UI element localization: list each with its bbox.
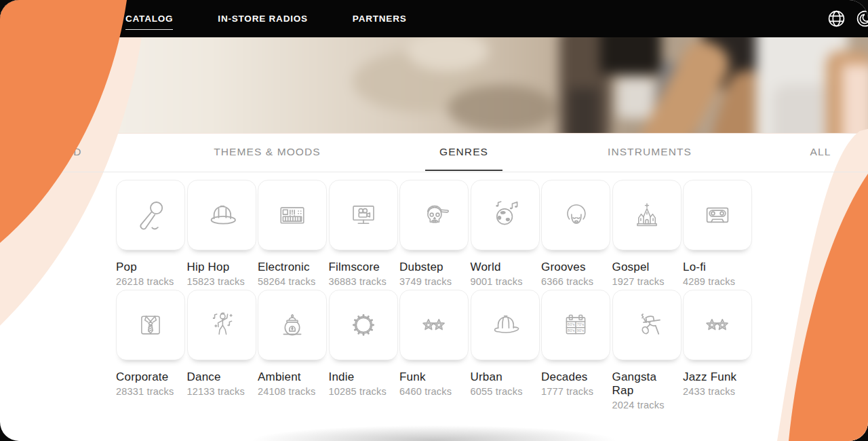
- star-glasses-icon: [698, 305, 737, 345]
- video-camera-icon: [344, 195, 383, 235]
- genre-tile[interactable]: [329, 290, 398, 360]
- genre-track-count: 1777 tracks: [541, 386, 610, 397]
- calendar-decades-icon: 60's70's80's90's: [556, 305, 595, 345]
- genre-tile[interactable]: [399, 180, 469, 250]
- genre-tile[interactable]: [116, 290, 185, 360]
- genre-tile[interactable]: 60's70's80's90's: [541, 290, 610, 360]
- app-window: CATALOG IN-STORE RADIOS PARTNERS FEATURE…: [0, 0, 868, 441]
- aroma-lamp-icon: [273, 305, 312, 345]
- genre-card-gospel: Gospel 1927 tracks: [612, 180, 682, 287]
- globe-notes-icon: [486, 195, 525, 235]
- genre-tile[interactable]: [116, 180, 185, 250]
- genre-track-count: 26218 tracks: [116, 276, 185, 287]
- genre-tile[interactable]: [683, 180, 752, 250]
- genre-track-count: 28331 tracks: [116, 386, 185, 397]
- tab-all[interactable]: ALL: [810, 133, 831, 171]
- microphone-icon: [131, 195, 170, 235]
- cap-side-icon: [486, 305, 525, 345]
- genre-name: Lo-fi: [683, 261, 752, 274]
- genre-tile[interactable]: [187, 290, 256, 360]
- dancer-icon: [202, 305, 241, 345]
- genre-card-hip-hop: Hip Hop 15823 tracks: [187, 180, 256, 287]
- genre-name: Indie: [329, 370, 398, 384]
- tab-instruments[interactable]: INSTRUMENTS: [608, 133, 692, 171]
- genre-name: Gospel: [612, 261, 682, 274]
- genre-track-count: 1927 tracks: [612, 276, 682, 287]
- navbar-icons: [827, 0, 868, 37]
- genre-card-indie: Indie 10285 tracks: [329, 290, 398, 410]
- hero-photo-blur: [0, 37, 868, 134]
- hero-image: [0, 37, 868, 134]
- genre-name: Electronic: [258, 261, 327, 274]
- genre-track-count: 9001 tracks: [471, 276, 540, 287]
- genre-track-count: 15823 tracks: [187, 276, 256, 287]
- genre-track-count: 12133 tracks: [187, 386, 256, 397]
- genre-name: Funk: [399, 370, 469, 384]
- tab-themes-moods[interactable]: THEMES & MOODS: [214, 133, 321, 171]
- genre-card-gangsta-rap: Gangsta Rap 2024 tracks: [612, 290, 682, 410]
- genre-track-count: 4289 tracks: [683, 276, 752, 287]
- drum-badge-icon: [344, 305, 383, 345]
- cassette-icon: [698, 195, 737, 235]
- genre-tile[interactable]: [471, 290, 540, 360]
- genre-track-count: 2433 tracks: [683, 386, 752, 397]
- genre-card-jazz-funk: Jazz Funk 2433 tracks: [683, 290, 752, 410]
- genre-track-count: 6055 tracks: [471, 386, 540, 397]
- synthesizer-icon: [273, 195, 312, 235]
- church-icon: [627, 195, 667, 235]
- genre-card-lo-fi: Lo-fi 4289 tracks: [683, 180, 752, 287]
- genre-grid: Pop 26218 tracks Hip Hop 15823 tracks El…: [116, 180, 752, 410]
- afro-face-icon: [556, 195, 595, 235]
- star-glasses-icon: [414, 305, 454, 345]
- tab-genres[interactable]: GENRES: [439, 133, 488, 171]
- below-fold-shadow: [244, 425, 624, 441]
- cap-front-icon: [202, 195, 241, 235]
- globe-icon[interactable]: [827, 9, 846, 28]
- genre-tile[interactable]: [258, 290, 327, 360]
- genre-track-count: 3749 tracks: [399, 276, 469, 287]
- genre-tile[interactable]: [399, 290, 469, 360]
- genre-tile[interactable]: [258, 180, 327, 250]
- genre-card-dubstep: Dubstep 3749 tracks: [399, 180, 469, 287]
- genre-card-ambient: Ambient 24108 tracks: [258, 290, 327, 410]
- genre-tile[interactable]: [612, 180, 682, 250]
- svg-text:70's: 70's: [576, 322, 584, 326]
- genre-card-electronic: Electronic 58264 tracks: [258, 180, 327, 287]
- genre-name: Pop: [116, 261, 185, 274]
- genre-name: Grooves: [541, 261, 610, 274]
- genre-track-count: 10285 tracks: [329, 386, 398, 397]
- genre-card-pop: Pop 26218 tracks: [116, 180, 185, 287]
- genre-card-dance: Dance 12133 tracks: [187, 290, 256, 410]
- genre-name: Hip Hop: [187, 261, 256, 274]
- genre-tile[interactable]: [329, 180, 398, 250]
- genre-track-count: 6366 tracks: [541, 276, 610, 287]
- genre-name: Filmscore: [329, 261, 398, 274]
- top-navbar: CATALOG IN-STORE RADIOS PARTNERS: [0, 0, 868, 37]
- genre-name: Dubstep: [399, 261, 469, 274]
- skull-cap-icon: [414, 195, 454, 235]
- genre-track-count: 24108 tracks: [258, 386, 327, 397]
- genre-card-corporate: Corporate 28331 tracks: [116, 290, 185, 410]
- nav-item-catalog[interactable]: CATALOG: [125, 14, 173, 24]
- genre-tile[interactable]: [187, 180, 256, 250]
- genre-name: Corporate: [116, 370, 185, 384]
- genre-tile[interactable]: [541, 180, 610, 250]
- genre-tile[interactable]: [471, 180, 540, 250]
- nav-item-in-store-radios[interactable]: IN-STORE RADIOS: [218, 14, 308, 24]
- genre-card-filmscore: Filmscore 36883 tracks: [329, 180, 398, 287]
- genre-card-grooves: Grooves 6366 tracks: [541, 180, 610, 287]
- nav-item-partners[interactable]: PARTNERS: [353, 14, 407, 24]
- genre-tile[interactable]: [683, 290, 752, 360]
- genre-card-funk: Funk 6460 tracks: [399, 290, 469, 410]
- genre-name: Decades: [541, 370, 610, 384]
- genre-name: Ambient: [258, 370, 327, 384]
- svg-text:80's: 80's: [568, 328, 575, 332]
- account-icon[interactable]: [855, 9, 868, 28]
- genre-track-count: 36883 tracks: [329, 276, 398, 287]
- genre-tile[interactable]: [612, 290, 682, 360]
- tab-featured[interactable]: FEATURED: [20, 133, 81, 171]
- svg-text:60's: 60's: [568, 322, 575, 326]
- genre-name: Urban: [471, 370, 540, 384]
- genre-name: Dance: [187, 370, 256, 384]
- svg-text:90's: 90's: [576, 328, 584, 332]
